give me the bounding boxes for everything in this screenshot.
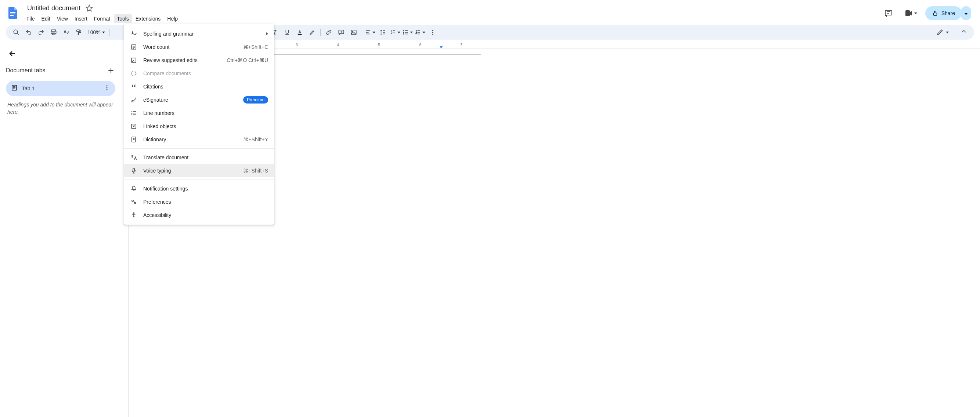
collapse-button[interactable] <box>958 27 970 38</box>
meet-button[interactable] <box>900 6 921 20</box>
redo-button[interactable] <box>35 27 47 38</box>
text-color-button[interactable] <box>294 27 305 38</box>
sidebar-back-button[interactable] <box>6 47 19 60</box>
menu-linked-objects[interactable]: Linked objects <box>124 120 274 133</box>
ruler-mark: 7 <box>460 43 463 47</box>
svg-point-18 <box>432 32 433 33</box>
paint-format-button[interactable] <box>73 27 84 38</box>
caret-down-icon <box>398 32 400 33</box>
menu-bar: File Edit View Insert Format Tools Exten… <box>24 13 881 24</box>
toolbar-separator <box>362 29 362 36</box>
bullet-list-button[interactable] <box>402 27 414 38</box>
svg-rect-9 <box>77 30 80 32</box>
menu-label: Translate document <box>143 155 268 160</box>
menu-voice-typing[interactable]: Voice typing ⌘+Shift+S <box>124 164 274 177</box>
premium-badge: Premium <box>243 96 268 103</box>
ruler-indent-marker[interactable] <box>439 46 443 48</box>
menu-review-edits[interactable]: Review suggested edits Ctrl+⌘O Ctrl+⌘U <box>124 54 274 67</box>
line-spacing-button[interactable] <box>377 27 389 38</box>
menu-citations[interactable]: Citations <box>124 80 274 93</box>
sidebar-header: Document tabs <box>6 66 115 75</box>
caret-down-icon <box>422 32 425 33</box>
share-button[interactable]: Share <box>925 6 962 20</box>
svg-point-5 <box>14 30 18 34</box>
menu-dictionary[interactable]: Dictionary ⌘+Shift+Y <box>124 133 274 146</box>
menu-label: Dictionary <box>143 136 237 143</box>
tab-more-button[interactable] <box>103 84 110 92</box>
review-icon <box>130 57 137 64</box>
translate-icon <box>130 154 137 161</box>
menu-label: Preferences <box>143 199 268 205</box>
link-button[interactable] <box>323 27 335 38</box>
search-button[interactable] <box>10 27 22 38</box>
ruler-mark: 4 <box>337 43 339 47</box>
menu-label: Notification settings <box>143 186 268 192</box>
menu-label: Accessibility <box>143 212 268 218</box>
menu-translate[interactable]: Translate document <box>124 151 274 164</box>
menu-label: Review suggested edits <box>143 57 221 63</box>
svg-rect-12 <box>351 30 356 35</box>
tab-doc-icon <box>11 84 18 92</box>
menu-help[interactable]: Help <box>164 14 181 23</box>
svg-rect-2 <box>10 15 14 16</box>
align-button[interactable] <box>364 27 376 38</box>
menu-preferences[interactable]: Preferences <box>124 195 274 208</box>
svg-point-33 <box>134 201 135 203</box>
line-numbers-icon <box>130 109 137 117</box>
docs-logo[interactable] <box>6 3 21 23</box>
caret-down-icon <box>914 13 917 14</box>
share-label: Share <box>942 10 955 16</box>
svg-point-31 <box>132 200 134 202</box>
undo-button[interactable] <box>23 27 35 38</box>
svg-point-22 <box>107 87 108 89</box>
menu-notification-settings[interactable]: Notification settings <box>124 182 274 195</box>
comments-button[interactable] <box>881 6 896 21</box>
highlight-button[interactable] <box>306 27 318 38</box>
header-right: Share <box>881 3 974 21</box>
menu-line-numbers[interactable]: Line numbers <box>124 106 274 120</box>
svg-point-23 <box>107 89 108 90</box>
menu-spelling-grammar[interactable]: Spelling and grammar <box>124 27 274 40</box>
menu-view[interactable]: View <box>54 14 71 23</box>
svg-rect-0 <box>10 12 16 13</box>
tab-label: Tab 1 <box>22 86 99 91</box>
checklist-button[interactable] <box>389 27 401 38</box>
menu-label: Linked objects <box>143 123 268 129</box>
svg-rect-30 <box>133 168 135 171</box>
svg-point-15 <box>403 32 404 33</box>
menu-label: Voice typing <box>143 168 237 174</box>
compare-icon <box>130 70 137 77</box>
menu-label: Line numbers <box>143 110 268 116</box>
menu-format[interactable]: Format <box>91 14 113 23</box>
star-icon[interactable] <box>86 5 93 12</box>
zoom-value: 100% <box>88 29 101 35</box>
menu-extensions[interactable]: Extensions <box>133 14 164 23</box>
menu-insert[interactable]: Insert <box>72 14 91 23</box>
linked-objects-icon <box>130 123 137 130</box>
signature-icon <box>130 96 137 103</box>
comment-button[interactable] <box>336 27 347 38</box>
underline-button[interactable] <box>282 27 293 38</box>
menu-word-count[interactable]: Word count ⌘+Shift+C <box>124 40 274 54</box>
menu-esignature[interactable]: eSignature Premium <box>124 93 274 106</box>
menu-separator <box>124 179 274 180</box>
menu-file[interactable]: File <box>24 14 38 23</box>
doc-title[interactable]: Untitled document <box>25 4 83 13</box>
spellcheck-button[interactable] <box>60 27 72 38</box>
menu-edit[interactable]: Edit <box>38 14 53 23</box>
share-dropdown[interactable] <box>961 6 971 20</box>
menu-accessibility[interactable]: Accessibility <box>124 208 274 222</box>
editing-mode-button[interactable] <box>933 27 952 37</box>
image-button[interactable] <box>348 27 360 38</box>
more-toolbar-button[interactable] <box>427 27 439 38</box>
add-tab-button[interactable] <box>107 66 115 75</box>
tab-item[interactable]: Tab 1 <box>6 81 115 96</box>
citations-icon <box>130 83 137 90</box>
zoom-selector[interactable]: 100% <box>85 29 107 35</box>
menu-tools[interactable]: Tools <box>114 14 132 23</box>
svg-point-19 <box>432 34 433 35</box>
svg-point-21 <box>107 85 108 86</box>
print-button[interactable] <box>48 27 59 38</box>
svg-point-16 <box>403 34 404 35</box>
numbered-list-button[interactable] <box>414 27 426 38</box>
